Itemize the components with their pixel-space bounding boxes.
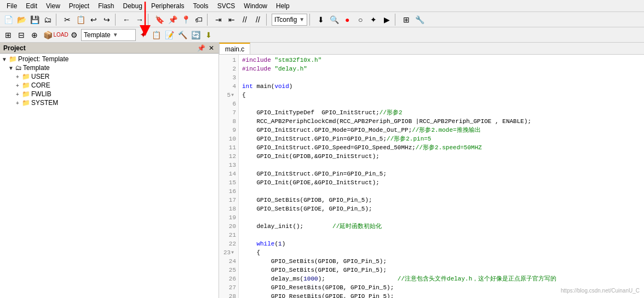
menu-help[interactable]: Help xyxy=(272,1,294,11)
menu-bar: File Edit View Project Flash Debug Perip… xyxy=(0,0,644,12)
tree-root[interactable]: ▼ 📁 Project: Template xyxy=(1,55,217,63)
debug-run-button[interactable]: ▶ xyxy=(381,14,393,26)
save-button[interactable]: 💾 xyxy=(28,14,41,26)
bookmark3-button[interactable]: 📍 xyxy=(180,14,192,26)
editor-tabs: main.c xyxy=(219,43,644,55)
tb2-btn1[interactable]: ⊞ xyxy=(2,29,14,41)
core-folder-icon: 📁 xyxy=(22,81,30,89)
tree-template-label: Template xyxy=(23,64,50,72)
project-tree: ▼ 📁 Project: Template ▼ 🗂 Template + 📁 U… xyxy=(0,54,219,298)
user-folder-icon: 📁 xyxy=(22,73,30,80)
uncomment-button[interactable]: // xyxy=(252,14,264,26)
menu-file[interactable]: File xyxy=(2,1,21,11)
tree-expand-template[interactable]: ▼ xyxy=(8,65,14,71)
menu-svcs[interactable]: SVCS xyxy=(213,1,240,11)
indent-button[interactable]: ⇥ xyxy=(212,14,225,26)
save-all-button[interactable]: 🗂 xyxy=(42,14,54,26)
debug-circle-button[interactable]: ○ xyxy=(354,14,366,26)
debug-search-button[interactable]: 🔍 xyxy=(328,14,340,26)
itconfig-combo[interactable]: ITconfig ▼ xyxy=(272,14,307,26)
tree-root-label: Project: Template xyxy=(18,55,69,63)
menu-debug[interactable]: Debug xyxy=(119,1,147,11)
tb2-btn5[interactable]: LOAD xyxy=(55,29,67,41)
sep3 xyxy=(148,14,151,26)
tb2-download-button[interactable]: ⬇ xyxy=(203,29,215,41)
main-layout: Project 📌 ✕ ▼ 📁 Project: Template ▼ 🗂 Te… xyxy=(0,43,644,298)
copy-button[interactable]: 📋 xyxy=(74,14,87,26)
line-numbers: 1234 5▼ 678910 1112131415 1617181920 212… xyxy=(219,55,239,298)
tree-expand-fwlib[interactable]: + xyxy=(14,91,21,97)
template-combo[interactable]: Template ▼ xyxy=(81,29,136,41)
code-editor[interactable]: #include "stm32f10x.h" #include "delay.h… xyxy=(239,55,644,298)
cut-button[interactable]: ✂ xyxy=(61,14,73,26)
tb2-btn6[interactable]: ⚙ xyxy=(68,29,80,41)
tb2-btn7[interactable]: 📋 xyxy=(150,29,162,41)
tree-system[interactable]: + 📁 SYSTEM xyxy=(1,98,217,107)
open-button[interactable]: 📂 xyxy=(15,14,27,26)
watermark: https://blog.csdn.net/CuinanU_C xyxy=(561,288,640,294)
bookmark4-button[interactable]: 🏷 xyxy=(193,14,205,26)
forward-button[interactable]: → xyxy=(134,14,146,26)
project-pin-icon[interactable]: 📌 xyxy=(196,44,206,52)
tree-expand-user[interactable]: + xyxy=(14,74,21,80)
itconfig-value: ITconfig xyxy=(274,16,297,24)
tb2-special-button[interactable]: ✦ xyxy=(137,29,149,41)
new-file-button[interactable]: 📄 xyxy=(2,14,14,26)
bookmark1-button[interactable]: 🔖 xyxy=(153,14,165,26)
menu-edit[interactable]: Edit xyxy=(21,1,42,11)
menu-project[interactable]: Project xyxy=(65,1,94,11)
debug-stop-button[interactable]: ● xyxy=(341,14,353,26)
tree-user[interactable]: + 📁 USER xyxy=(1,72,217,81)
toolbar1: 📄 📂 💾 🗂 ✂ 📋 ↩ ↪ ← → 🔖 📌 📍 🏷 ⇥ ⇤ // // IT… xyxy=(0,12,644,27)
tree-system-label: SYSTEM xyxy=(31,99,58,107)
toolbar2: ⊞ ⊟ ⊕ 📦 LOAD ⚙ Template ▼ ✦ 📋 📝 🔨 🔄 ⬇ xyxy=(0,27,644,43)
settings-button[interactable]: 🔧 xyxy=(413,14,426,26)
menu-peripherals[interactable]: Peripherals xyxy=(147,1,189,11)
unindent-button[interactable]: ⇤ xyxy=(226,14,238,26)
tree-core-label: CORE xyxy=(31,81,50,89)
template-arrow: ▼ xyxy=(113,32,118,38)
tb2-btn2[interactable]: ⊟ xyxy=(15,29,27,41)
project-icon: 📁 xyxy=(9,55,17,63)
tree-user-label: USER xyxy=(31,73,49,80)
tree-expand-system[interactable]: + xyxy=(14,100,21,106)
sep4 xyxy=(207,14,210,26)
project-panel: Project 📌 ✕ ▼ 📁 Project: Template ▼ 🗂 Te… xyxy=(0,43,219,298)
sep6 xyxy=(309,14,313,26)
tree-expand-core[interactable]: + xyxy=(14,83,21,89)
menu-flash[interactable]: Flash xyxy=(94,1,118,11)
sep2 xyxy=(115,14,118,26)
view-options-button[interactable]: ⊞ xyxy=(400,14,412,26)
tree-expand-root[interactable]: ▼ xyxy=(1,56,8,62)
project-panel-title: Project xyxy=(3,44,26,52)
system-folder-icon: 📁 xyxy=(22,99,30,107)
editor-content: 1234 5▼ 678910 1112131415 1617181920 212… xyxy=(219,55,644,298)
tb2-btn8[interactable]: 📝 xyxy=(163,29,175,41)
tb2-rebuild-button[interactable]: 🔄 xyxy=(189,29,202,41)
project-close-icon[interactable]: ✕ xyxy=(208,44,215,52)
tab-main-c[interactable]: main.c xyxy=(219,43,250,54)
menu-tools[interactable]: Tools xyxy=(189,1,213,11)
debug-load-button[interactable]: ⬇ xyxy=(315,14,327,26)
sep5 xyxy=(266,14,269,26)
comment-button[interactable]: // xyxy=(239,14,251,26)
undo-button[interactable]: ↩ xyxy=(88,14,100,26)
debug-star-button[interactable]: ✦ xyxy=(367,14,380,26)
back-button[interactable]: ← xyxy=(120,14,133,26)
project-panel-header: Project 📌 ✕ xyxy=(0,43,219,54)
redo-button[interactable]: ↪ xyxy=(101,14,113,26)
tb2-btn3[interactable]: ⊕ xyxy=(28,29,41,41)
tree-fwlib[interactable]: + 📁 FWLIB xyxy=(1,90,217,98)
menu-window[interactable]: Window xyxy=(239,1,272,11)
tree-template[interactable]: ▼ 🗂 Template xyxy=(1,63,217,72)
itconfig-arrow: ▼ xyxy=(299,16,304,22)
tree-core[interactable]: + 📁 CORE xyxy=(1,81,217,90)
editor-panel: main.c 1234 5▼ 678910 1112131415 1617181… xyxy=(219,43,644,298)
fwlib-folder-icon: 📁 xyxy=(22,90,30,98)
menu-view[interactable]: View xyxy=(42,1,65,11)
tb2-build-button[interactable]: 🔨 xyxy=(176,29,188,41)
sep1 xyxy=(56,14,59,26)
tb2-btn4[interactable]: 📦 xyxy=(42,29,54,41)
template-icon: 🗂 xyxy=(15,64,22,72)
bookmark2-button[interactable]: 📌 xyxy=(166,14,179,26)
